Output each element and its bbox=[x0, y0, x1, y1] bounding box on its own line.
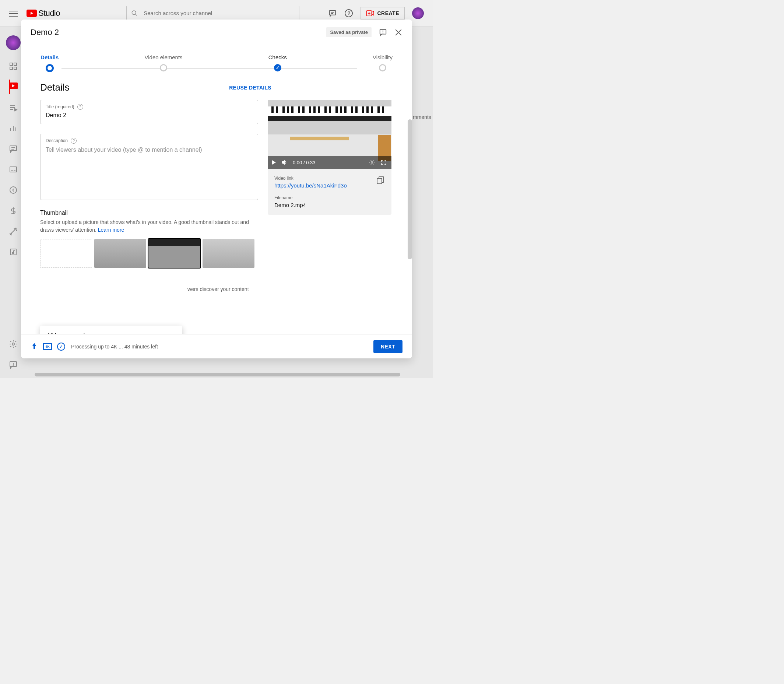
dialog-header: Demo 2 Saved as private bbox=[21, 19, 412, 45]
reuse-details-button[interactable]: REUSE DETAILS bbox=[229, 85, 271, 90]
video-processing-popup: Video processing Your video is processed… bbox=[40, 326, 182, 334]
svg-rect-58 bbox=[371, 106, 373, 113]
title-field-label: Title (required) bbox=[46, 104, 74, 110]
description-field-label: Description bbox=[46, 138, 68, 143]
description-field-box[interactable]: Description ? Tell viewers about your vi… bbox=[40, 134, 258, 200]
svg-rect-51 bbox=[335, 106, 338, 113]
dialog-footer: 4K ✓ Processing up to 4K ... 48 minutes … bbox=[21, 334, 412, 358]
body-scrollbar[interactable] bbox=[408, 119, 412, 334]
svg-rect-42 bbox=[287, 106, 289, 113]
video-link-label: Video link bbox=[274, 176, 347, 181]
svg-marker-64 bbox=[282, 161, 285, 165]
step-checks[interactable]: Checks bbox=[269, 54, 287, 72]
title-field-box[interactable]: Title (required) ? Demo 2 bbox=[40, 100, 258, 124]
section-title-details: Details bbox=[40, 82, 69, 93]
svg-rect-56 bbox=[362, 106, 364, 113]
dialog-title: Demo 2 bbox=[31, 27, 59, 37]
thumbnail-upload-slot[interactable] bbox=[40, 239, 92, 268]
close-icon[interactable] bbox=[394, 28, 402, 37]
svg-rect-41 bbox=[282, 106, 285, 113]
next-button[interactable]: NEXT bbox=[373, 340, 402, 353]
upload-status-icon[interactable] bbox=[31, 343, 38, 350]
description-placeholder: Tell viewers about your video (type @ to… bbox=[46, 147, 253, 153]
svg-point-65 bbox=[371, 162, 373, 163]
processing-title: Video processing bbox=[48, 332, 174, 334]
svg-rect-45 bbox=[302, 106, 304, 113]
save-status-badge: Saved as private bbox=[326, 27, 372, 37]
svg-point-35 bbox=[383, 33, 383, 33]
thumbnail-option-1[interactable] bbox=[94, 239, 146, 268]
svg-rect-46 bbox=[309, 106, 311, 113]
svg-rect-60 bbox=[382, 106, 384, 113]
volume-icon[interactable] bbox=[281, 159, 288, 166]
step-video-elements[interactable]: Video elements bbox=[144, 54, 182, 72]
svg-rect-47 bbox=[313, 106, 316, 113]
feedback-icon[interactable] bbox=[379, 28, 387, 37]
thumbnail-learn-more-link[interactable]: Learn more bbox=[98, 227, 124, 233]
title-input[interactable]: Demo 2 bbox=[46, 112, 253, 119]
svg-rect-49 bbox=[324, 106, 327, 113]
svg-rect-53 bbox=[345, 106, 346, 113]
filename-label: Filename bbox=[274, 195, 385, 200]
svg-rect-44 bbox=[298, 106, 300, 113]
footer-processing-status: Processing up to 4K ... 48 minutes left bbox=[71, 344, 158, 350]
svg-rect-39 bbox=[271, 106, 274, 113]
video-player[interactable]: 0:00 / 0:33 bbox=[268, 100, 391, 169]
thumbnail-heading: Thumbnail bbox=[40, 210, 258, 216]
svg-rect-55 bbox=[355, 106, 357, 113]
video-time: 0:00 / 0:33 bbox=[293, 160, 315, 165]
thumbnail-description: Select or upload a picture that shows wh… bbox=[40, 218, 258, 234]
svg-rect-54 bbox=[351, 106, 353, 113]
svg-rect-48 bbox=[318, 106, 320, 113]
svg-rect-59 bbox=[377, 106, 380, 113]
playlists-hint-fragment: wers discover your content bbox=[187, 286, 249, 292]
settings-gear-icon[interactable] bbox=[369, 159, 375, 166]
svg-rect-62 bbox=[290, 137, 349, 140]
step-details[interactable]: Details bbox=[40, 54, 58, 72]
description-help-icon[interactable]: ? bbox=[71, 138, 77, 144]
title-help-icon[interactable]: ? bbox=[77, 104, 83, 110]
filename-value: Demo 2.mp4 bbox=[274, 202, 385, 208]
svg-rect-40 bbox=[276, 106, 278, 113]
play-icon[interactable] bbox=[272, 160, 276, 165]
svg-rect-57 bbox=[366, 106, 369, 113]
video-controls: 0:00 / 0:33 bbox=[268, 156, 391, 169]
svg-rect-67 bbox=[377, 178, 382, 184]
svg-rect-50 bbox=[329, 106, 331, 113]
thumbnail-option-2[interactable] bbox=[148, 239, 200, 268]
svg-rect-43 bbox=[291, 106, 293, 113]
footer-4k-badge-icon[interactable]: 4K bbox=[43, 343, 52, 350]
step-visibility[interactable]: Visibility bbox=[373, 54, 393, 72]
checks-status-icon[interactable]: ✓ bbox=[57, 342, 65, 351]
copy-link-icon[interactable] bbox=[376, 176, 385, 184]
thumbnail-option-3[interactable] bbox=[203, 239, 254, 268]
horizontal-scrollbar[interactable] bbox=[26, 373, 433, 376]
video-link[interactable]: https://youtu.be/sNa1AkiFd3o bbox=[274, 182, 347, 189]
upload-stepper: Details Video elements Checks Visibility bbox=[21, 45, 412, 72]
thumbnail-row bbox=[40, 239, 258, 268]
dialog-body: Details REUSE DETAILS Title (required) ?… bbox=[21, 72, 412, 334]
upload-video-dialog: Demo 2 Saved as private Details Video el… bbox=[21, 19, 412, 358]
fullscreen-icon[interactable] bbox=[380, 159, 387, 166]
video-preview-card: 0:00 / 0:33 Video link https://youtu.be/… bbox=[268, 100, 391, 215]
svg-rect-52 bbox=[340, 106, 342, 113]
